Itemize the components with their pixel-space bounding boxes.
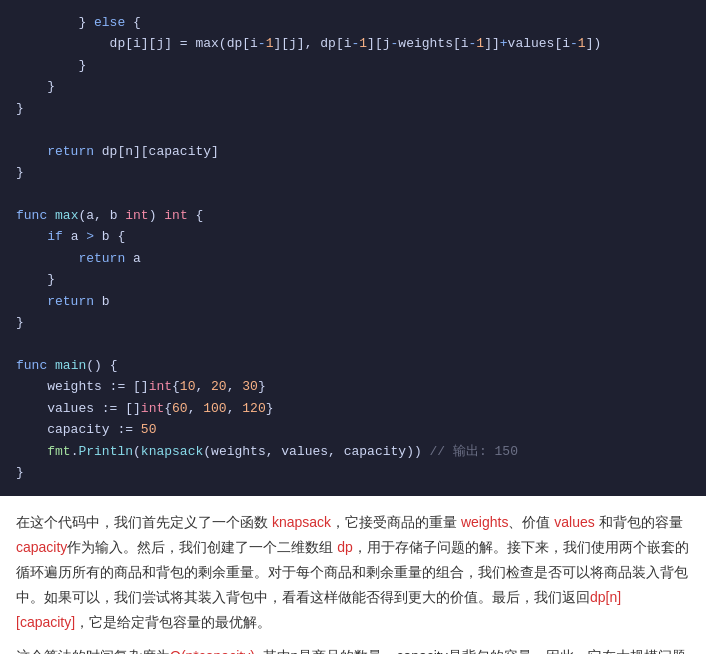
code-line-13: } bbox=[16, 269, 690, 290]
code-line-19: values := []int{60, 100, 120} bbox=[16, 398, 690, 419]
code-line-17: func main() { bbox=[16, 355, 690, 376]
code-line-12: return a bbox=[16, 248, 690, 269]
code-line-18: weights := []int{10, 20, 30} bbox=[16, 376, 690, 397]
code-line-9 bbox=[16, 184, 690, 205]
code-line-11: if a > b { bbox=[16, 226, 690, 247]
code-line-14: return b bbox=[16, 291, 690, 312]
code-line-1: } else { bbox=[16, 12, 690, 33]
description-block: 在这个代码中，我们首先定义了一个函数 knapsack，它接受商品的重量 wei… bbox=[0, 496, 706, 654]
description-para2: 这个算法的时间复杂度为O(n*capacity), 其中n是商品的数量，capa… bbox=[16, 644, 690, 654]
code-line-10: func max(a, b int) int { bbox=[16, 205, 690, 226]
code-line-16 bbox=[16, 334, 690, 355]
code-line-8: } bbox=[16, 162, 690, 183]
code-line-21: fmt.Println(knapsack(weights, values, ca… bbox=[16, 441, 690, 462]
code-line-2: dp[i][j] = max(dp[i-1][j], dp[i-1][j-wei… bbox=[16, 33, 690, 54]
code-line-4: } bbox=[16, 76, 690, 97]
description-para1: 在这个代码中，我们首先定义了一个函数 knapsack，它接受商品的重量 wei… bbox=[16, 510, 690, 636]
code-line-6 bbox=[16, 119, 690, 140]
code-container: } else { dp[i][j] = max(dp[i-1][j], dp[i… bbox=[0, 0, 706, 496]
code-line-20: capacity := 50 bbox=[16, 419, 690, 440]
code-line-3: } bbox=[16, 55, 690, 76]
code-line-7: return dp[n][capacity] bbox=[16, 141, 690, 162]
code-line-15: } bbox=[16, 312, 690, 333]
code-line-22: } bbox=[16, 462, 690, 483]
code-line-5: } bbox=[16, 98, 690, 119]
